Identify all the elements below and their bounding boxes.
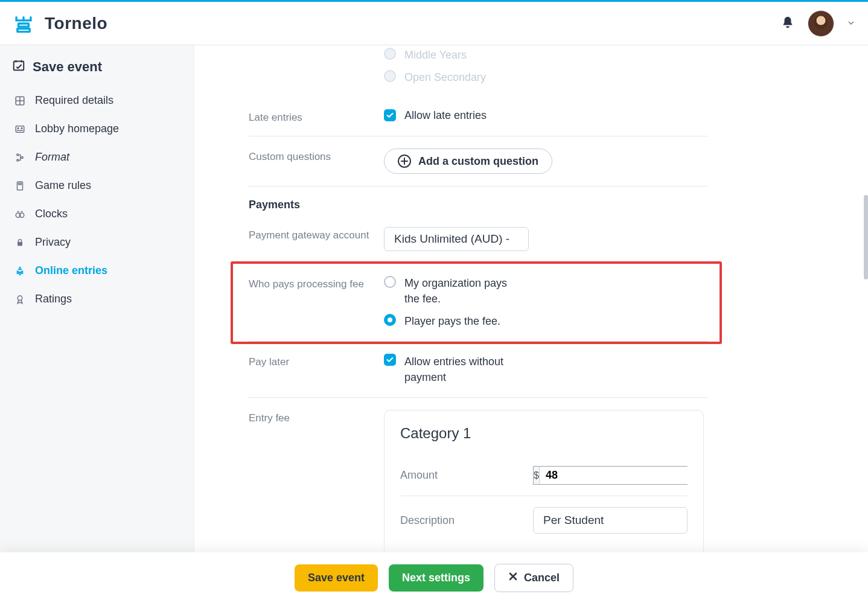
notifications-icon[interactable] [781,15,794,32]
svg-rect-11 [19,183,22,184]
scrollbar-thumb[interactable] [864,195,868,279]
svg-rect-4 [16,126,24,132]
sidebar-item-label: Game rules [35,179,91,192]
svg-point-7 [17,154,19,156]
payments-heading: Payments [249,187,707,215]
account-menu-caret-icon[interactable] [847,18,855,29]
online-entries-icon [13,266,27,276]
cancel-button[interactable]: Cancel [494,564,573,592]
lobby-homepage-icon [13,124,27,135]
checkbox-checked-icon [384,354,396,366]
custom-questions-label: Custom questions [249,148,384,174]
entry-fee-label: Entry fee [249,410,384,552]
privacy-icon [13,237,27,248]
sidebar-item-ratings[interactable]: Ratings [11,285,183,313]
category-radio-middle-years[interactable]: Middle Years [384,48,707,63]
clocks-icon [13,209,27,220]
svg-rect-1 [18,28,30,31]
topbar: Tornelo [0,0,868,45]
sidebar-item-required-details[interactable]: Required details [11,86,183,115]
sidebar-item-online-entries[interactable]: Online entries [11,257,183,285]
sidebar-title-text: Save event [33,59,102,75]
svg-rect-0 [19,24,29,27]
add-custom-question-button[interactable]: Add a custom question [384,148,552,174]
sidebar-item-label: Privacy [35,236,71,249]
sidebar-item-label: Ratings [35,293,72,305]
brand[interactable]: Tornelo [13,13,107,34]
plus-circle-icon [398,155,411,168]
late-entries-label: Late entries [249,109,384,124]
ratings-icon [13,294,27,305]
footer-actions: Save event Next settings Cancel [0,552,868,603]
radio-label: Open Secondary [404,70,486,85]
main-content: . Middle Years Open Secondary Late entri… [194,45,868,552]
allow-late-entries-checkbox[interactable]: Allow late entries [384,109,707,122]
next-settings-button[interactable]: Next settings [389,564,483,592]
currency-symbol: $ [534,467,540,484]
entry-fee-card: Category 1 Amount $ Description Per Stud… [384,410,704,552]
radio-label: Middle Years [404,48,467,63]
format-icon [13,152,27,163]
amount-input[interactable] [540,467,692,484]
svg-rect-2 [14,62,24,71]
sidebar-item-label: Format [35,151,69,164]
sidebar-item-clocks[interactable]: Clocks [11,200,183,228]
save-event-button[interactable]: Save event [295,564,378,592]
radio-icon [384,70,396,82]
description-input[interactable]: Per Student [533,507,688,534]
sidebar-item-label: Lobby homepage [35,123,119,135]
checkbox-label: Allow entries without payment [404,354,537,385]
svg-point-5 [18,127,19,129]
pay-later-label: Pay later [249,354,384,385]
radio-icon [384,48,396,60]
highlight-box [231,261,722,344]
amount-label: Amount [400,469,438,482]
checkbox-label: Allow late entries [404,109,487,122]
sidebar-item-label: Clocks [35,208,68,220]
sidebar-item-format[interactable]: Format [11,143,183,171]
sidebar-item-label: Required details [35,94,113,107]
sidebar-item-game-rules[interactable]: Game rules [11,171,183,200]
gateway-label: Payment gateway account [249,227,384,251]
svg-point-6 [21,127,22,129]
calendar-check-icon [12,59,25,75]
allow-without-payment-checkbox[interactable]: Allow entries without payment [384,354,707,385]
svg-point-8 [17,159,19,161]
game-rules-icon [13,180,27,191]
sidebar-item-lobby-homepage[interactable]: Lobby homepage [11,115,183,143]
avatar[interactable] [808,10,834,37]
sidebar-item-label: Online entries [35,264,107,277]
entry-fee-card-title: Category 1 [400,425,688,442]
sidebar-item-privacy[interactable]: Privacy [11,228,183,257]
category-radio-open-secondary[interactable]: Open Secondary [384,70,707,85]
description-label: Description [400,514,455,527]
button-label: Add a custom question [418,155,538,168]
amount-input-group: $ [533,466,688,485]
svg-point-14 [18,296,22,301]
sidebar: Save event Required detailsLobby homepag… [0,45,194,552]
required-details-icon [13,95,27,106]
gateway-select[interactable]: Kids Unlimited (AUD) - [384,227,529,251]
logo-icon [13,13,34,34]
checkbox-checked-icon [384,109,396,121]
app-name: Tornelo [45,14,107,33]
svg-point-9 [21,156,23,158]
sidebar-title: Save event [12,59,183,75]
close-icon [508,572,518,584]
